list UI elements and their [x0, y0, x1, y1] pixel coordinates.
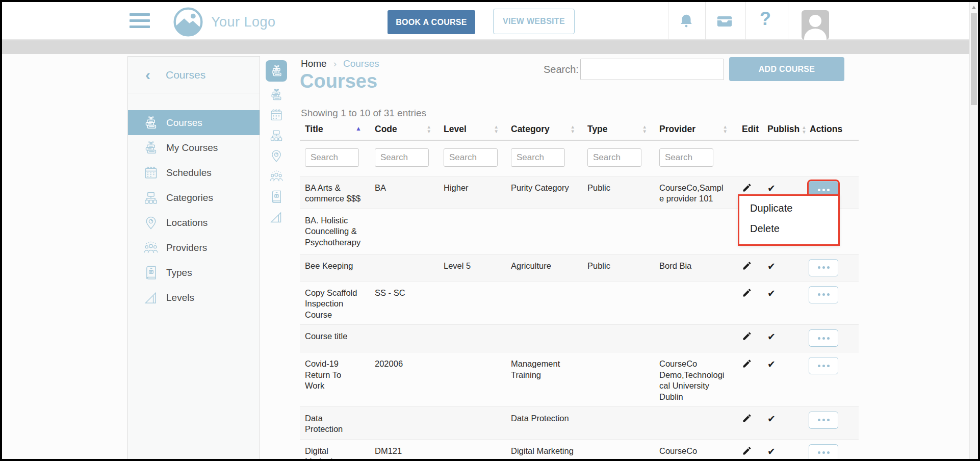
actions-dropdown-menu: Duplicate Delete	[738, 194, 840, 246]
avatar[interactable]	[802, 10, 829, 40]
edit-pencil-icon[interactable]	[742, 358, 752, 369]
mini-nav-providers[interactable]	[266, 169, 287, 184]
filter-type-input[interactable]	[587, 148, 641, 167]
cell-title: Covid-19 Return To Work	[300, 352, 370, 407]
inbox-icon[interactable]	[716, 13, 733, 30]
row-actions-button[interactable]	[809, 329, 838, 347]
scrollbar-thumb[interactable]	[971, 13, 977, 105]
sidebar-item-locations[interactable]: Locations	[128, 210, 260, 235]
column-header-publish[interactable]: Publish▲▼	[759, 121, 797, 140]
mini-nav-my-courses[interactable]	[266, 88, 287, 102]
sort-icons[interactable]: ▲▼	[642, 124, 647, 134]
cell-code	[370, 406, 439, 439]
help-icon[interactable]: ?	[760, 8, 771, 30]
column-header-title[interactable]: Title▲	[300, 121, 370, 140]
column-header-code[interactable]: Code▲▼	[370, 121, 439, 140]
column-header-category[interactable]: Category▲▼	[506, 121, 582, 140]
row-actions-button[interactable]	[809, 286, 838, 303]
cell-provider	[654, 281, 735, 324]
publish-check-icon[interactable]: ✔	[767, 414, 776, 424]
mini-nav-levels[interactable]	[266, 210, 287, 224]
mini-nav-categories[interactable]	[266, 129, 287, 143]
filter-level-input[interactable]	[444, 148, 498, 167]
bell-icon[interactable]	[678, 13, 695, 30]
row-actions-button[interactable]	[809, 357, 838, 374]
edit-pencil-icon[interactable]	[742, 261, 752, 271]
book-icon	[143, 265, 159, 280]
cell-type	[582, 281, 654, 324]
sitemap-icon	[269, 129, 283, 143]
table-row: Course title ✔	[300, 325, 859, 352]
sidebar-item-levels[interactable]: Levels	[128, 285, 260, 310]
search-input[interactable]	[580, 59, 724, 80]
add-course-button[interactable]: ADD COURSE	[729, 57, 844, 81]
mini-nav-schedules[interactable]	[266, 108, 287, 122]
sort-icons[interactable]: ▲▼	[571, 124, 575, 134]
sidebar-item-my-courses[interactable]: My Courses	[128, 135, 260, 160]
cell-title: BA Arts & commerce $$$	[300, 176, 370, 209]
sort-icons[interactable]: ▲▼	[723, 124, 728, 134]
users-icon	[269, 169, 283, 184]
filter-provider-input[interactable]	[659, 148, 713, 167]
cell-type	[582, 406, 654, 439]
column-header-actions: Actions	[797, 121, 859, 140]
publish-check-icon[interactable]: ✔	[767, 359, 776, 370]
hamburger-menu-icon[interactable]	[130, 13, 150, 29]
view-website-button[interactable]: VIEW WEBSITE	[493, 9, 575, 34]
filter-code-input[interactable]	[375, 148, 429, 167]
sidebar-item-providers[interactable]: Providers	[128, 235, 260, 260]
sidebar-item-categories[interactable]: Categories	[128, 185, 260, 210]
table-header-row: Title▲ Code▲▼ Level▲▼ Category▲▼ Type▲▼ …	[300, 121, 859, 140]
publish-check-icon[interactable]: ✔	[767, 331, 776, 342]
filter-title-input[interactable]	[305, 148, 359, 167]
publish-check-icon[interactable]: ✔	[767, 261, 776, 272]
row-actions-button[interactable]	[809, 259, 838, 276]
sidebar-item-courses[interactable]: Courses	[128, 110, 260, 135]
chevron-left-icon: ‹	[145, 67, 150, 83]
breadcrumb-home-link[interactable]: Home	[301, 58, 327, 69]
scroll-up-arrow-icon[interactable]	[972, 6, 976, 9]
sort-icons[interactable]: ▲▼	[494, 124, 499, 134]
row-actions-button[interactable]	[809, 444, 838, 461]
sidebar-item-types[interactable]: Types	[128, 260, 260, 285]
edit-pencil-icon[interactable]	[742, 288, 752, 298]
column-header-level[interactable]: Level▲▼	[439, 121, 506, 140]
publish-check-icon[interactable]: ✔	[767, 183, 776, 194]
cell-category	[506, 281, 582, 324]
sidebar-item-schedules[interactable]: Schedules	[128, 160, 260, 185]
filter-category-input[interactable]	[511, 148, 565, 167]
table-row: Bee Keeping Level 5 Agriculture Public B…	[300, 254, 859, 281]
cell-title: Copy Scaffold Inspection Course	[300, 281, 370, 324]
sidebar-item-label: Types	[166, 267, 192, 278]
sort-icons[interactable]: ▲▼	[427, 124, 431, 134]
page-scrollbar[interactable]	[969, 2, 978, 459]
mini-nav-types[interactable]	[266, 190, 287, 204]
edit-pencil-icon[interactable]	[742, 183, 752, 193]
top-navbar: Your Logo BOOK A COURSE VIEW WEBSITE ?	[2, 2, 978, 40]
book-a-course-button[interactable]: BOOK A COURSE	[388, 10, 475, 34]
mini-nav-locations[interactable]	[266, 149, 287, 163]
column-header-type[interactable]: Type▲▼	[582, 121, 654, 140]
edit-pencil-icon[interactable]	[742, 413, 752, 423]
map-pin-icon	[269, 149, 283, 163]
edit-pencil-icon[interactable]	[742, 446, 752, 456]
publish-check-icon[interactable]: ✔	[767, 288, 776, 299]
menu-item-delete[interactable]: Delete	[750, 223, 838, 235]
brand-logo[interactable]: Your Logo	[172, 6, 276, 38]
sort-asc-icon[interactable]: ▲	[355, 125, 362, 132]
cell-title: Digital Marketing	[300, 439, 370, 461]
cell-level	[439, 439, 506, 461]
sidebar-item-label: Levels	[166, 292, 194, 303]
column-header-provider[interactable]: Provider▲▼	[654, 121, 735, 140]
cell-level	[439, 281, 506, 324]
mini-nav-courses[interactable]	[266, 60, 287, 82]
sidebar-back-header[interactable]: ‹ Courses	[128, 57, 260, 93]
cell-title: Bee Keeping	[300, 254, 370, 281]
sidebar: ‹ Courses Courses My Courses Schedules C…	[127, 56, 260, 459]
menu-item-duplicate[interactable]: Duplicate	[750, 202, 838, 214]
publish-check-icon[interactable]: ✔	[767, 446, 776, 457]
row-actions-button[interactable]	[809, 412, 838, 429]
breadcrumb-separator: ›	[333, 58, 337, 69]
cell-provider: CourseCo	[654, 439, 735, 461]
edit-pencil-icon[interactable]	[742, 331, 752, 341]
